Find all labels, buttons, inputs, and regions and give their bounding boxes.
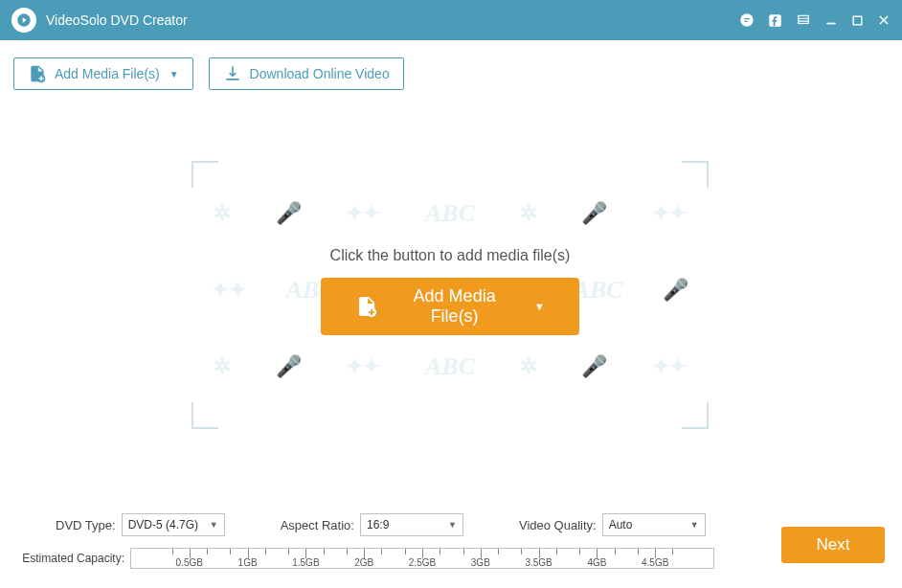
toolbar: Add Media File(s) ▼ Download Online Vide… xyxy=(0,40,902,107)
corner-bracket xyxy=(682,402,709,429)
aspect-ratio-select[interactable]: 16:9 ▼ xyxy=(360,513,463,536)
mic-icon: 🎤 xyxy=(581,201,607,226)
aspect-ratio-value: 16:9 xyxy=(367,518,389,531)
stars-icon: ✦✦ xyxy=(652,354,687,379)
video-quality-select[interactable]: Auto ▼ xyxy=(602,513,706,536)
watermark-row: ✲ 🎤 ✦✦ ABC ✲ 🎤 ✦✦ xyxy=(192,199,709,228)
add-media-big-label: Add Media File(s) xyxy=(392,286,517,327)
stars-icon: ✦✦ xyxy=(346,201,380,226)
stars-icon: ✦✦ xyxy=(212,278,246,303)
maximize-icon[interactable] xyxy=(851,14,864,27)
bottom-panel: DVD Type: DVD-5 (4.7G) ▼ Aspect Ratio: 1… xyxy=(0,504,902,588)
svg-rect-2 xyxy=(799,15,809,23)
stars-icon: ✦✦ xyxy=(652,201,687,226)
abc-watermark: ABC xyxy=(573,276,622,305)
corner-bracket xyxy=(192,161,218,188)
download-video-label: Download Online Video xyxy=(250,66,390,81)
ruler-tick-label: 2.5GB xyxy=(409,557,436,568)
chevron-down-icon: ▼ xyxy=(690,520,699,530)
drop-area: ✲ 🎤 ✦✦ ABC ✲ 🎤 ✦✦ ✦✦ ABC ✲ 🎤 ✦✦ ABC 🎤 ✲ … xyxy=(192,161,709,429)
close-icon[interactable] xyxy=(877,13,891,27)
drop-instruction: Click the button to add media file(s) xyxy=(192,247,709,264)
title-bar: VideoSolo DVD Creator xyxy=(0,0,902,40)
app-title: VideoSolo DVD Creator xyxy=(46,12,188,28)
dvd-type-value: DVD-5 (4.7G) xyxy=(128,518,198,531)
abc-watermark: ABC xyxy=(425,352,475,381)
film-icon: ✲ xyxy=(520,354,537,379)
file-add-icon xyxy=(28,64,47,83)
file-add-icon xyxy=(355,294,378,319)
add-media-label: Add Media File(s) xyxy=(55,66,160,81)
video-quality-label: Video Quality: xyxy=(519,518,597,532)
dvd-type-label: DVD Type: xyxy=(56,518,116,532)
aspect-ratio-label: Aspect Ratio: xyxy=(281,518,354,532)
mic-icon: 🎤 xyxy=(581,354,607,379)
capacity-ruler: 0.5GB1GB1.5GB2GB2.5GB3GB3.5GB4GB4.5GB xyxy=(130,548,714,569)
stars-icon: ✦✦ xyxy=(346,354,380,379)
menu-icon[interactable] xyxy=(796,13,811,27)
watermark-row: ✲ 🎤 ✦✦ ABC ✲ 🎤 ✦✦ xyxy=(192,352,709,381)
ruler-tick-label: 0.5GB xyxy=(176,557,203,568)
ruler-tick-label: 1GB xyxy=(238,557,258,568)
ruler-tick-label: 3.5GB xyxy=(525,557,552,568)
app-logo xyxy=(11,8,36,33)
svg-rect-3 xyxy=(853,16,862,25)
corner-bracket xyxy=(192,402,218,429)
chevron-down-icon: ▼ xyxy=(169,69,179,79)
capacity-row: Estimated Capacity: 0.5GB1GB1.5GB2GB2.5G… xyxy=(13,548,889,569)
film-icon: ✲ xyxy=(520,201,537,226)
ruler-tick-label: 3GB xyxy=(471,557,490,568)
chat-icon[interactable] xyxy=(739,12,755,28)
ruler-tick-label: 4.5GB xyxy=(642,557,668,568)
svg-point-0 xyxy=(740,13,753,26)
download-icon xyxy=(223,64,242,83)
corner-bracket xyxy=(682,161,709,188)
next-button[interactable]: Next xyxy=(781,527,885,563)
mic-icon: 🎤 xyxy=(663,278,688,303)
chevron-down-icon: ▼ xyxy=(448,520,457,530)
add-media-big-button[interactable]: Add Media File(s) ▼ xyxy=(321,278,579,335)
film-icon: ✲ xyxy=(214,201,231,226)
dvd-type-select[interactable]: DVD-5 (4.7G) ▼ xyxy=(122,513,225,536)
mic-icon: 🎤 xyxy=(276,201,302,226)
video-quality-value: Auto xyxy=(609,518,633,531)
add-media-button[interactable]: Add Media File(s) ▼ xyxy=(13,57,193,90)
minimize-icon[interactable] xyxy=(824,13,838,27)
mic-icon: 🎤 xyxy=(276,354,302,379)
chevron-down-icon: ▼ xyxy=(210,520,218,530)
ruler-tick-label: 1.5GB xyxy=(292,557,319,568)
ruler-tick-label: 2GB xyxy=(354,557,373,568)
ruler-tick-label: 4GB xyxy=(587,557,606,568)
download-video-button[interactable]: Download Online Video xyxy=(209,57,404,90)
facebook-icon[interactable] xyxy=(768,13,782,28)
options-row: DVD Type: DVD-5 (4.7G) ▼ Aspect Ratio: 1… xyxy=(13,513,889,536)
abc-watermark: ABC xyxy=(425,199,475,228)
film-icon: ✲ xyxy=(214,354,231,379)
chevron-down-icon: ▼ xyxy=(534,301,545,312)
capacity-label: Estimated Capacity: xyxy=(13,552,130,565)
